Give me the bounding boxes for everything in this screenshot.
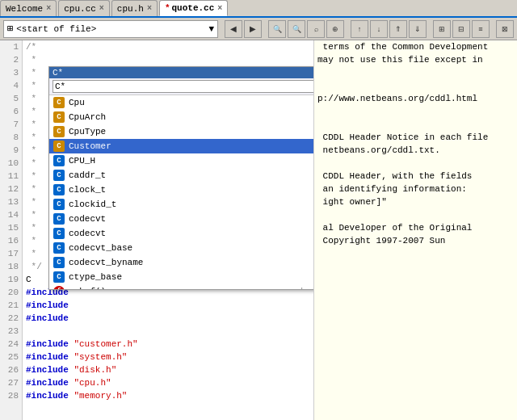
right-line-7 — [314, 118, 517, 131]
location-dropdown[interactable]: ⊞ <start of file> ▼ — [3, 20, 218, 38]
tab-cpu-cc-close[interactable]: × — [99, 4, 104, 13]
class-icon: C — [53, 96, 65, 109]
line-number-14: 14 — [3, 208, 19, 221]
item-name: codecvt — [69, 229, 313, 238]
line-number-24: 24 — [3, 338, 19, 351]
item-name: CPU_H — [69, 156, 313, 166]
tab-cpu-h-close[interactable]: × — [147, 4, 152, 13]
tab-cpu-h-label: cpu.h — [117, 4, 144, 14]
code-line-2: * — [26, 53, 313, 66]
autocomplete-dropdown[interactable]: C* CCpuCCpuArchCCpuTypeCCustomerCCPU_HCc… — [48, 66, 313, 290]
autocomplete-item-codecvt_base[interactable]: Ccodecvt_base — [49, 241, 313, 255]
autocomplete-item-cpu[interactable]: CCpu — [49, 95, 313, 110]
item-name: CpuArch — [69, 112, 313, 122]
line-number-11: 11 — [3, 170, 19, 183]
autocomplete-item-cpuarch[interactable]: CCpuArch — [49, 110, 313, 124]
right-line-4 — [314, 79, 517, 92]
search-btn-2[interactable]: 🔍 — [288, 20, 305, 38]
autocomplete-item-codecvt_byname[interactable]: Ccodecvt_byname — [49, 255, 313, 270]
line-number-2: 2 — [3, 53, 19, 66]
tab-welcome-label: Welcome — [6, 4, 43, 14]
item-name: Customer — [69, 141, 313, 151]
code-line-24: #include "customer.h" — [26, 338, 313, 351]
right-line-1: terms of the Common Development — [314, 40, 517, 53]
right-line-6 — [314, 105, 517, 118]
line-number-6: 6 — [3, 105, 19, 118]
autocomplete-item-clockid_t[interactable]: Cclockid_t — [49, 197, 313, 212]
item-name: clock_t — [69, 185, 313, 195]
autocomplete-list[interactable]: CCpuCCpuArchCCpuTypeCCustomerCCPU_HCcadd… — [49, 95, 313, 289]
autocomplete-item-absf[interactable]: fcabsf()double — [49, 284, 313, 289]
dropdown-arrow: ▼ — [208, 24, 214, 34]
right-line-9: netbeans.org/cddl.txt. — [314, 144, 517, 157]
tab-cpu-h[interactable]: cpu.h × — [111, 0, 158, 16]
search-btn-3[interactable]: ⌕ — [307, 20, 325, 38]
code-line-22: #include — [26, 312, 313, 325]
right-line-8: CDDL Header Notice in each file — [314, 131, 517, 144]
right-line-10 — [314, 157, 517, 170]
blue-class-icon: C — [53, 154, 65, 167]
autocomplete-item-ctype_base[interactable]: Cctype_base — [49, 270, 313, 284]
right-line-14 — [314, 208, 517, 221]
nav-btn-3[interactable]: ⇑ — [389, 20, 407, 38]
line-number-26: 26 — [3, 363, 19, 376]
extra-btn-3[interactable]: ≡ — [472, 20, 490, 38]
line-number-27: 27 — [3, 376, 19, 389]
nav-btn-2[interactable]: ↓ — [370, 20, 388, 38]
line-number-7: 7 — [3, 118, 19, 131]
right-line-12: an identifying information: — [314, 183, 517, 195]
code-line-28: #include "memory.h" — [26, 389, 313, 402]
back-button[interactable]: ◀ — [225, 20, 242, 38]
autocomplete-item-cputype[interactable]: CCpuType — [49, 124, 313, 139]
line-number-4: 4 — [3, 79, 19, 92]
search-btn-1[interactable]: 🔍 — [268, 20, 286, 38]
extra-btn-2[interactable]: ⊟ — [452, 20, 470, 38]
code-line-1: /* — [26, 40, 313, 53]
extra-btn-1[interactable]: ⊞ — [433, 20, 451, 38]
autocomplete-item-codecvt2[interactable]: Ccodecvt — [49, 226, 313, 241]
tab-quote-cc[interactable]: * quote.cc × — [159, 0, 228, 16]
search-btn-4[interactable]: ⊕ — [326, 20, 344, 38]
nav-btn-1[interactable]: ↑ — [351, 20, 368, 38]
line-number-17: 17 — [3, 247, 19, 260]
nav-btn-4[interactable]: ⇓ — [409, 20, 427, 38]
autocomplete-header: C* — [49, 67, 313, 78]
autocomplete-item-clock_t[interactable]: Cclock_t — [49, 183, 313, 197]
tab-quote-cc-close[interactable]: × — [217, 4, 222, 13]
autocomplete-search-input[interactable] — [53, 80, 313, 93]
autocomplete-item-cpu_h[interactable]: CCPU_H — [49, 153, 313, 168]
blue-class-icon: C — [53, 212, 65, 225]
extra-btn-4[interactable]: ⊠ — [496, 20, 514, 38]
code-line-23 — [26, 325, 313, 338]
code-line-27: #include "cpu.h" — [26, 376, 313, 389]
tab-welcome[interactable]: Welcome × — [0, 0, 57, 16]
line-numbers: 1234567891011121314151617181920212223242… — [0, 40, 23, 420]
code-area[interactable]: C* CCpuCCpuArchCCpuTypeCCustomerCCPU_HCc… — [23, 40, 313, 420]
line-number-25: 25 — [3, 351, 19, 363]
forward-button[interactable]: ▶ — [244, 20, 262, 38]
autocomplete-title: C* — [53, 68, 63, 78]
line-number-21: 21 — [3, 299, 19, 312]
line-number-19: 19 — [3, 273, 19, 286]
blue-class-icon: C — [53, 227, 65, 240]
line-number-10: 10 — [3, 157, 19, 170]
item-name: cabsf() — [69, 287, 295, 289]
right-line-5: p://www.netbeans.org/cddl.html — [314, 92, 517, 105]
code-line-26: #include "disk.h" — [26, 363, 313, 376]
item-name: clockid_t — [69, 200, 313, 209]
autocomplete-item-customer[interactable]: CCustomer — [49, 139, 313, 153]
tab-quote-cc-label: quote.cc — [172, 3, 215, 13]
class-icon: C — [53, 140, 65, 153]
autocomplete-item-codecvt[interactable]: Ccodecvt — [49, 212, 313, 226]
autocomplete-item-caddr_t[interactable]: Ccaddr_t — [49, 168, 313, 183]
code-line-25: #include "system.h" — [26, 351, 313, 363]
blue-class-icon: C — [53, 256, 65, 269]
item-name: codecvt_base — [69, 243, 313, 253]
line-number-1: 1 — [3, 40, 19, 53]
item-name: codecvt — [69, 214, 313, 224]
right-line-2: may not use this file except in — [314, 53, 517, 66]
item-name: caddr_t — [69, 170, 313, 180]
tab-cpu-cc[interactable]: cpu.cc × — [58, 0, 110, 16]
tab-welcome-close[interactable]: × — [46, 4, 51, 13]
dropdown-icon: ⊞ — [7, 23, 13, 35]
